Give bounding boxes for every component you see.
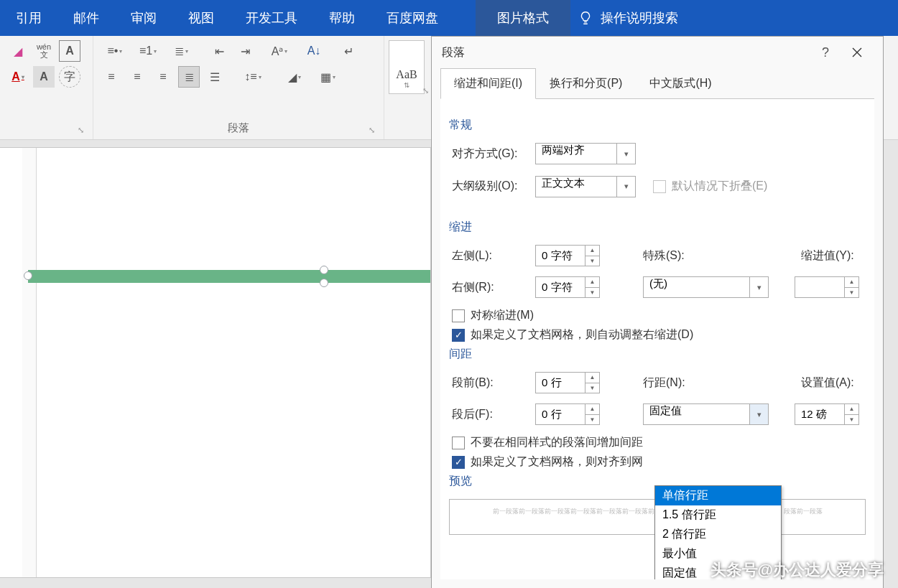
space-after-label: 段后(F): [449,407,528,422]
indent-by-spinner[interactable]: ▲▼ [795,276,859,298]
space-before-input[interactable] [536,373,585,393]
spin-down-icon[interactable]: ▼ [585,256,599,266]
tell-me-search[interactable]: 操作说明搜索 [578,9,678,27]
font-dialog-launcher[interactable]: ⤡ [78,126,84,135]
ribbon-tab-bar: 引用 邮件 审阅 视图 开发工具 帮助 百度网盘 图片格式 操作说明搜索 [0,0,898,36]
mirror-indents-checkbox[interactable] [452,309,465,322]
auto-adjust-right-indent-checkbox[interactable]: ✓ [452,329,465,342]
distributed-button[interactable]: ☰ [204,66,226,88]
multilevel-list-button[interactable]: ≣ [167,40,195,62]
chevron-down-icon: ▾ [749,404,768,424]
alignment-combo[interactable]: 两端对齐 ▾ [535,143,636,164]
line-spacing-option-single[interactable]: 单倍行距 [655,486,781,505]
line-spacing-dropdown-list: 单倍行距 1.5 倍行距 2 倍行距 最小值 固定值 多倍行距 [654,485,782,579]
resize-handle-top[interactable] [320,266,328,274]
spacing-at-input[interactable] [795,404,844,424]
indent-by-input[interactable] [795,277,844,297]
space-after-input[interactable] [536,404,585,424]
enclose-character-button[interactable]: 字 [59,66,80,88]
spin-up-icon[interactable]: ▲ [585,277,599,288]
outline-level-label: 大纲级别(O): [449,179,528,194]
decrease-indent-button[interactable]: ⇤ [208,40,230,62]
chevron-down-icon: ▾ [749,277,768,297]
tab-review[interactable]: 审阅 [115,0,172,36]
space-after-spinner[interactable]: ▲▼ [535,403,600,425]
dialog-titlebar[interactable]: 段落 ? [432,37,883,68]
tab-developer[interactable]: 开发工具 [230,0,313,36]
shading-button[interactable]: ◢ [280,66,309,88]
spin-up-icon[interactable]: ▲ [844,277,858,288]
selected-shape[interactable] [28,270,430,283]
style-gallery-item[interactable]: AaB ⇅ [389,40,425,94]
show-marks-button[interactable]: ↵ [338,40,359,62]
numbering-button[interactable]: ≡1 [134,40,162,62]
align-justify-button[interactable]: ≣ [178,66,200,88]
asian-layout-button[interactable]: Aᵃ [269,40,290,62]
spin-down-icon[interactable]: ▼ [585,288,599,298]
lightbulb-icon [578,10,593,26]
paragraph-dialog: 段落 ? 缩进和间距(I) 换行和分页(P) 中文版式(H) 常规 对齐方式(G… [431,36,884,588]
tab-indent-spacing[interactable]: 缩进和间距(I) [440,68,536,99]
no-space-same-style-checkbox[interactable] [452,437,465,449]
page[interactable] [0,147,431,578]
indent-by-label: 缩进值(Y): [801,248,866,263]
tab-asian-typography[interactable]: 中文版式(H) [636,68,725,99]
line-spacing-combo[interactable]: 固定值 ▾ [643,403,769,425]
resize-handle-left[interactable] [24,271,32,280]
line-spacing-option-at-least[interactable]: 最小值 [655,544,781,564]
align-center-button[interactable]: ≡ [126,66,148,88]
indent-left-spinner[interactable]: ▲▼ [535,245,600,266]
indent-right-spinner[interactable]: ▲▼ [535,276,600,298]
tab-mailings[interactable]: 邮件 [57,0,115,36]
paragraph-dialog-launcher[interactable]: ⤡ [369,126,375,135]
special-indent-combo[interactable]: (无) ▾ [643,276,769,298]
spacing-at-spinner[interactable]: ▲▼ [795,403,859,425]
borders-button[interactable]: ▦ [313,66,342,88]
space-before-label: 段前(B): [449,375,528,391]
spin-up-icon[interactable]: ▲ [844,404,858,415]
phonetic-guide-button[interactable]: wén文 [33,40,55,62]
tab-picture-format[interactable]: 图片格式 [476,0,570,36]
line-spacing-button[interactable]: ↕≡ [239,66,267,88]
bullets-button[interactable]: ≡• [101,40,129,62]
clear-formatting-button[interactable]: ◢ [7,40,29,62]
tab-references[interactable]: 引用 [0,0,57,36]
tab-line-page-breaks[interactable]: 换行和分页(P) [536,68,636,99]
vertical-ruler[interactable] [22,148,37,577]
spin-down-icon[interactable]: ▼ [844,415,858,425]
character-border-button[interactable]: A [59,40,80,62]
snap-to-grid-checkbox[interactable]: ✓ [452,456,465,469]
outline-level-combo[interactable]: 正文文本 ▾ [535,176,636,197]
resize-handle-bottom[interactable] [320,279,328,287]
chevron-down-icon: ▾ [616,144,635,164]
tab-baidu-netdisk[interactable]: 百度网盘 [371,0,454,36]
snap-to-grid-label: 如果定义了文档网格，则对齐到网 [471,454,643,470]
spin-down-icon[interactable]: ▼ [585,383,599,393]
spin-down-icon[interactable]: ▼ [844,288,858,298]
alignment-label: 对齐方式(G): [449,146,528,162]
dialog-close-button[interactable] [841,37,873,68]
line-spacing-option-one-half[interactable]: 1.5 倍行距 [655,505,781,525]
dialog-help-button[interactable]: ? [810,37,841,68]
line-spacing-option-exactly[interactable]: 固定值 [655,564,781,579]
align-right-button[interactable]: ≡ [152,66,174,88]
spin-up-icon[interactable]: ▲ [585,373,599,383]
dialog-title-text: 段落 [442,45,465,60]
indent-left-input[interactable] [536,246,585,266]
align-left-button[interactable]: ≡ [101,66,122,88]
space-before-spinner[interactable]: ▲▼ [535,372,600,393]
spin-up-icon[interactable]: ▲ [585,246,599,256]
sort-button[interactable]: A↓ [303,40,325,62]
line-spacing-option-double[interactable]: 2 倍行距 [655,525,781,544]
tab-view[interactable]: 视图 [172,0,230,36]
tab-help[interactable]: 帮助 [313,0,371,36]
style-arrows-icon: ⇅ [404,81,409,89]
increase-indent-button[interactable]: ⇥ [234,40,256,62]
spin-up-icon[interactable]: ▲ [585,404,599,415]
font-color-button[interactable]: A [7,66,29,88]
styles-dialog-launcher[interactable]: ⤡ [422,86,429,95]
indent-right-input[interactable] [536,277,585,297]
spin-down-icon[interactable]: ▼ [585,415,599,425]
dialog-body: 常规 对齐方式(G): 两端对齐 ▾ 大纲级别(O): 正文文本 ▾ 默认情况下… [440,98,874,579]
highlight-button[interactable]: A [33,66,55,88]
